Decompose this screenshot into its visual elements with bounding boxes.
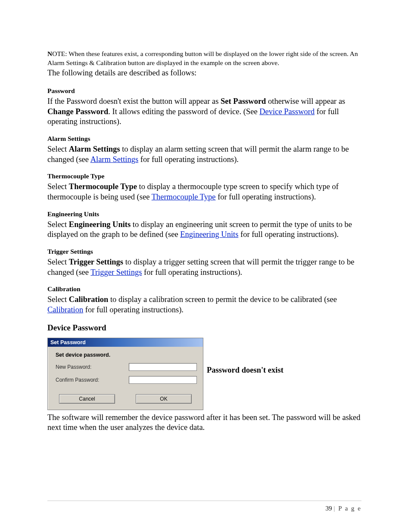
set-password-dialog: Set Password Set device password. New Pa… — [47, 338, 203, 410]
label-new-password: New Password: — [56, 364, 129, 370]
footer-page-number: 39 — [325, 505, 332, 512]
footer-separator: | — [333, 505, 335, 512]
cancel-button[interactable]: Cancel — [59, 394, 115, 404]
text: Select — [47, 220, 69, 229]
link-alarm-settings[interactable]: Alarm Settings — [90, 155, 139, 164]
field-confirm-password: Confirm Password: — [56, 376, 197, 384]
link-trigger-settings[interactable]: Trigger Settings — [90, 268, 142, 277]
section-title: Engineering Units — [47, 210, 361, 218]
dialog-titlebar: Set Password — [48, 338, 203, 347]
dialog-body: Set device password. New Password: Confi… — [48, 347, 203, 392]
section-body: Select Engineering Units to display an e… — [47, 220, 361, 240]
section-trigger-settings: Trigger Settings Select Trigger Settings… — [47, 248, 361, 277]
dialog-side-text: Password doesn't exist — [207, 366, 283, 410]
label-confirm-password: Confirm Password: — [56, 377, 129, 383]
bold-text: Thermocouple Type — [69, 182, 137, 191]
link-engineering-units[interactable]: Engineering Units — [180, 230, 238, 239]
section-body: Select Alarm Settings to display an alar… — [47, 144, 361, 165]
section-title: Alarm Settings — [47, 135, 361, 143]
text: for full operating instructions). — [216, 193, 316, 201]
follow-line: The following details are described as f… — [47, 68, 361, 78]
section-body: Select Thermocouple Type to display a th… — [47, 182, 361, 202]
document-page: NOTE: When these features exist, a corre… — [0, 0, 411, 532]
after-dialog-text: The software will remember the device pa… — [47, 413, 361, 433]
section-body: Select Calibration to display a calibrat… — [47, 295, 361, 315]
bold-text: Calibration — [69, 295, 108, 304]
section-title: Password — [47, 87, 361, 95]
text: for full operating instructions). — [238, 230, 339, 239]
text: Select — [47, 258, 69, 266]
section-engineering-units: Engineering Units Select Engineering Uni… — [47, 210, 361, 240]
footer-word: P a g e — [338, 505, 361, 512]
text: Select — [47, 145, 69, 153]
link-device-password[interactable]: Device Password — [259, 107, 314, 116]
section-calibration: Calibration Select Calibration to displa… — [47, 285, 361, 315]
heading-device-password: Device Password — [47, 323, 361, 333]
text: . It allows editing the password of devi… — [108, 107, 259, 116]
note-line: NOTE: When these features exist, a corre… — [47, 50, 361, 68]
section-title: Trigger Settings — [47, 248, 361, 255]
bold-text: Change Password — [47, 107, 108, 116]
bold-text: Engineering Units — [69, 220, 131, 229]
dialog-row: Set Password Set device password. New Pa… — [47, 338, 361, 410]
footer-rule — [47, 501, 361, 501]
text: to display a calibration screen to permi… — [108, 295, 337, 304]
text: If the Password doesn't exist the button… — [47, 97, 221, 106]
ok-button[interactable]: OK — [136, 394, 192, 404]
dialog-caption: Set device password. — [56, 352, 197, 358]
section-body: Select Trigger Settings to display a tri… — [47, 257, 361, 277]
bold-text: Trigger Settings — [69, 258, 123, 266]
section-alarm-settings: Alarm Settings Select Alarm Settings to … — [47, 135, 361, 165]
section-thermocouple-type: Thermocouple Type Select Thermocouple Ty… — [47, 172, 361, 202]
text: Select — [47, 295, 69, 304]
text: for full operating instructions). — [142, 268, 242, 277]
link-thermocouple-type[interactable]: Thermocouple Type — [152, 193, 216, 201]
footer-text: 39| P a g e — [325, 505, 361, 512]
note-leading-bold: N — [47, 50, 52, 57]
bold-text: Alarm Settings — [69, 145, 120, 153]
text: for full operating instructions). — [138, 155, 239, 164]
bold-text: Set Password — [221, 97, 266, 106]
text: for full operating instructions). — [83, 305, 184, 314]
text: Select — [47, 182, 69, 191]
section-title: Thermocouple Type — [47, 172, 361, 180]
dialog-button-row: Cancel OK — [48, 392, 203, 410]
section-password: Password If the Password doesn't exist t… — [47, 87, 361, 127]
input-new-password[interactable] — [129, 363, 197, 371]
link-calibration[interactable]: Calibration — [47, 305, 83, 314]
note-text: OTE: When these features exist, a corres… — [47, 50, 358, 66]
section-body: If the Password doesn't exist the button… — [47, 96, 361, 127]
section-title: Calibration — [47, 285, 361, 293]
field-new-password: New Password: — [56, 363, 197, 371]
input-confirm-password[interactable] — [129, 376, 197, 384]
text: otherwise will appear as — [266, 97, 345, 106]
